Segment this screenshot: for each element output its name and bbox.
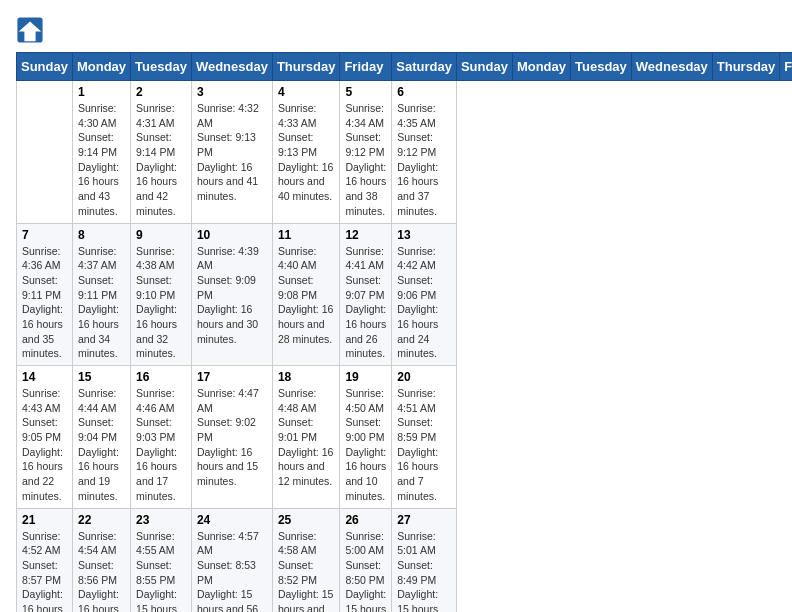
day-cell: 14Sunrise: 4:43 AM Sunset: 9:05 PM Dayli… — [17, 366, 73, 509]
day-number: 17 — [197, 370, 267, 384]
day-cell: 25Sunrise: 4:58 AM Sunset: 8:52 PM Dayli… — [272, 508, 340, 612]
day-info: Sunrise: 4:32 AM Sunset: 9:13 PM Dayligh… — [197, 101, 267, 204]
day-number: 13 — [397, 228, 451, 242]
day-number: 2 — [136, 85, 186, 99]
header-tuesday: Tuesday — [131, 53, 192, 81]
page-header — [16, 16, 776, 44]
day-number: 4 — [278, 85, 335, 99]
day-info: Sunrise: 4:35 AM Sunset: 9:12 PM Dayligh… — [397, 101, 451, 219]
day-number: 23 — [136, 513, 186, 527]
day-number: 20 — [397, 370, 451, 384]
header-wednesday: Wednesday — [191, 53, 272, 81]
week-row-3: 14Sunrise: 4:43 AM Sunset: 9:05 PM Dayli… — [17, 366, 793, 509]
day-info: Sunrise: 4:57 AM Sunset: 8:53 PM Dayligh… — [197, 529, 267, 613]
day-cell: 7Sunrise: 4:36 AM Sunset: 9:11 PM Daylig… — [17, 223, 73, 366]
header-monday: Monday — [72, 53, 130, 81]
day-number: 25 — [278, 513, 335, 527]
day-cell: 8Sunrise: 4:37 AM Sunset: 9:11 PM Daylig… — [72, 223, 130, 366]
day-info: Sunrise: 4:36 AM Sunset: 9:11 PM Dayligh… — [22, 244, 67, 362]
day-info: Sunrise: 4:31 AM Sunset: 9:14 PM Dayligh… — [136, 101, 186, 219]
day-cell: 24Sunrise: 4:57 AM Sunset: 8:53 PM Dayli… — [191, 508, 272, 612]
day-number: 10 — [197, 228, 267, 242]
day-cell: 19Sunrise: 4:50 AM Sunset: 9:00 PM Dayli… — [340, 366, 392, 509]
day-cell: 18Sunrise: 4:48 AM Sunset: 9:01 PM Dayli… — [272, 366, 340, 509]
day-number: 7 — [22, 228, 67, 242]
day-number: 3 — [197, 85, 267, 99]
calendar-table: SundayMondayTuesdayWednesdayThursdayFrid… — [16, 52, 792, 612]
day-cell: 16Sunrise: 4:46 AM Sunset: 9:03 PM Dayli… — [131, 366, 192, 509]
day-info: Sunrise: 4:51 AM Sunset: 8:59 PM Dayligh… — [397, 386, 451, 504]
logo-icon — [16, 16, 44, 44]
day-number: 12 — [345, 228, 386, 242]
day-info: Sunrise: 4:34 AM Sunset: 9:12 PM Dayligh… — [345, 101, 386, 219]
day-info: Sunrise: 4:33 AM Sunset: 9:13 PM Dayligh… — [278, 101, 335, 204]
day-cell: 23Sunrise: 4:55 AM Sunset: 8:55 PM Dayli… — [131, 508, 192, 612]
header-tuesday: Tuesday — [571, 53, 632, 81]
day-info: Sunrise: 5:01 AM Sunset: 8:49 PM Dayligh… — [397, 529, 451, 613]
day-cell: 21Sunrise: 4:52 AM Sunset: 8:57 PM Dayli… — [17, 508, 73, 612]
day-number: 27 — [397, 513, 451, 527]
day-number: 11 — [278, 228, 335, 242]
day-cell: 6Sunrise: 4:35 AM Sunset: 9:12 PM Daylig… — [392, 81, 457, 224]
day-number: 5 — [345, 85, 386, 99]
day-number: 15 — [78, 370, 125, 384]
day-cell: 22Sunrise: 4:54 AM Sunset: 8:56 PM Dayli… — [72, 508, 130, 612]
day-cell: 17Sunrise: 4:47 AM Sunset: 9:02 PM Dayli… — [191, 366, 272, 509]
day-number: 24 — [197, 513, 267, 527]
day-info: Sunrise: 4:44 AM Sunset: 9:04 PM Dayligh… — [78, 386, 125, 504]
day-cell: 10Sunrise: 4:39 AM Sunset: 9:09 PM Dayli… — [191, 223, 272, 366]
header-sunday: Sunday — [456, 53, 512, 81]
day-cell: 27Sunrise: 5:01 AM Sunset: 8:49 PM Dayli… — [392, 508, 457, 612]
header-sunday: Sunday — [17, 53, 73, 81]
day-info: Sunrise: 4:58 AM Sunset: 8:52 PM Dayligh… — [278, 529, 335, 613]
logo — [16, 16, 48, 44]
day-info: Sunrise: 4:30 AM Sunset: 9:14 PM Dayligh… — [78, 101, 125, 219]
day-cell: 15Sunrise: 4:44 AM Sunset: 9:04 PM Dayli… — [72, 366, 130, 509]
week-row-4: 21Sunrise: 4:52 AM Sunset: 8:57 PM Dayli… — [17, 508, 793, 612]
calendar-header-row: SundayMondayTuesdayWednesdayThursdayFrid… — [17, 53, 793, 81]
week-row-2: 7Sunrise: 4:36 AM Sunset: 9:11 PM Daylig… — [17, 223, 793, 366]
day-number: 26 — [345, 513, 386, 527]
day-info: Sunrise: 4:55 AM Sunset: 8:55 PM Dayligh… — [136, 529, 186, 613]
day-cell: 4Sunrise: 4:33 AM Sunset: 9:13 PM Daylig… — [272, 81, 340, 224]
day-info: Sunrise: 4:54 AM Sunset: 8:56 PM Dayligh… — [78, 529, 125, 613]
day-cell — [17, 81, 73, 224]
day-number: 6 — [397, 85, 451, 99]
header-friday: Friday — [780, 53, 792, 81]
day-number: 22 — [78, 513, 125, 527]
day-cell: 13Sunrise: 4:42 AM Sunset: 9:06 PM Dayli… — [392, 223, 457, 366]
day-info: Sunrise: 4:38 AM Sunset: 9:10 PM Dayligh… — [136, 244, 186, 362]
day-cell: 3Sunrise: 4:32 AM Sunset: 9:13 PM Daylig… — [191, 81, 272, 224]
header-saturday: Saturday — [392, 53, 457, 81]
day-number: 1 — [78, 85, 125, 99]
day-info: Sunrise: 4:39 AM Sunset: 9:09 PM Dayligh… — [197, 244, 267, 347]
day-cell: 26Sunrise: 5:00 AM Sunset: 8:50 PM Dayli… — [340, 508, 392, 612]
day-info: Sunrise: 4:42 AM Sunset: 9:06 PM Dayligh… — [397, 244, 451, 362]
day-cell: 12Sunrise: 4:41 AM Sunset: 9:07 PM Dayli… — [340, 223, 392, 366]
day-info: Sunrise: 4:48 AM Sunset: 9:01 PM Dayligh… — [278, 386, 335, 489]
day-cell: 1Sunrise: 4:30 AM Sunset: 9:14 PM Daylig… — [72, 81, 130, 224]
day-number: 14 — [22, 370, 67, 384]
header-monday: Monday — [512, 53, 570, 81]
day-info: Sunrise: 4:43 AM Sunset: 9:05 PM Dayligh… — [22, 386, 67, 504]
day-info: Sunrise: 4:41 AM Sunset: 9:07 PM Dayligh… — [345, 244, 386, 362]
day-number: 18 — [278, 370, 335, 384]
day-number: 19 — [345, 370, 386, 384]
day-cell: 20Sunrise: 4:51 AM Sunset: 8:59 PM Dayli… — [392, 366, 457, 509]
header-thursday: Thursday — [712, 53, 780, 81]
day-info: Sunrise: 4:52 AM Sunset: 8:57 PM Dayligh… — [22, 529, 67, 613]
day-info: Sunrise: 4:37 AM Sunset: 9:11 PM Dayligh… — [78, 244, 125, 362]
day-cell: 5Sunrise: 4:34 AM Sunset: 9:12 PM Daylig… — [340, 81, 392, 224]
day-info: Sunrise: 5:00 AM Sunset: 8:50 PM Dayligh… — [345, 529, 386, 613]
day-cell: 9Sunrise: 4:38 AM Sunset: 9:10 PM Daylig… — [131, 223, 192, 366]
day-info: Sunrise: 4:46 AM Sunset: 9:03 PM Dayligh… — [136, 386, 186, 504]
day-cell: 11Sunrise: 4:40 AM Sunset: 9:08 PM Dayli… — [272, 223, 340, 366]
day-info: Sunrise: 4:50 AM Sunset: 9:00 PM Dayligh… — [345, 386, 386, 504]
header-friday: Friday — [340, 53, 392, 81]
day-info: Sunrise: 4:47 AM Sunset: 9:02 PM Dayligh… — [197, 386, 267, 489]
day-info: Sunrise: 4:40 AM Sunset: 9:08 PM Dayligh… — [278, 244, 335, 347]
day-number: 8 — [78, 228, 125, 242]
header-thursday: Thursday — [272, 53, 340, 81]
day-number: 16 — [136, 370, 186, 384]
day-number: 9 — [136, 228, 186, 242]
